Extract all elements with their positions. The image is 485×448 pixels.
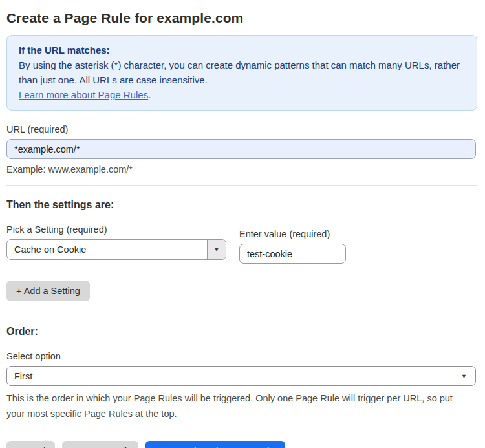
order-heading: Order: bbox=[6, 326, 477, 337]
add-setting-button[interactable]: + Add a Setting bbox=[6, 281, 90, 301]
footer-button-row: Cancel Save as Draft Save and Deploy Pag… bbox=[6, 441, 477, 448]
setting-select-value: Cache on Cookie bbox=[7, 240, 207, 259]
url-match-info-box: If the URL matches: By using the asteris… bbox=[6, 35, 477, 111]
info-box-link-line: Learn more about Page Rules. bbox=[19, 87, 465, 102]
order-select-value: First bbox=[7, 371, 461, 381]
setting-value-column: Enter value (required) bbox=[239, 211, 346, 264]
learn-more-link[interactable]: Learn more about Page Rules bbox=[19, 89, 148, 100]
section-divider bbox=[6, 185, 477, 186]
url-input[interactable] bbox=[6, 139, 476, 159]
footer-divider bbox=[6, 429, 477, 429]
info-box-heading: If the URL matches: bbox=[19, 43, 465, 58]
save-and-deploy-button[interactable]: Save and Deploy Page Rule bbox=[146, 441, 285, 448]
url-example-hint: Example: www.example.com/* bbox=[6, 164, 477, 175]
setting-select-arrow-button[interactable]: ▼ bbox=[207, 240, 226, 259]
setting-value-label: Enter value (required) bbox=[239, 229, 346, 239]
setting-picker-column: Pick a Setting (required) Cache on Cooki… bbox=[6, 211, 226, 260]
settings-row: Pick a Setting (required) Cache on Cooki… bbox=[6, 211, 477, 264]
chevron-down-icon: ▼ bbox=[214, 246, 220, 253]
page-title: Create a Page Rule for example.com bbox=[6, 10, 477, 26]
setting-select[interactable]: Cache on Cookie ▼ bbox=[6, 239, 226, 260]
save-as-draft-button[interactable]: Save as Draft bbox=[62, 441, 138, 448]
order-select[interactable]: First ▼ bbox=[6, 366, 476, 386]
order-divider bbox=[6, 312, 477, 312]
order-select-label: Select option bbox=[6, 351, 477, 361]
order-help-text: This is the order in which your Page Rul… bbox=[6, 390, 472, 421]
settings-heading: Then the settings are: bbox=[6, 199, 477, 211]
chevron-down-icon: ▼ bbox=[461, 373, 475, 379]
page-rule-form: Create a Page Rule for example.com If th… bbox=[0, 0, 485, 448]
setting-picker-label: Pick a Setting (required) bbox=[6, 224, 226, 235]
info-box-body: By using the asterisk (*) character, you… bbox=[19, 58, 465, 87]
setting-value-input[interactable] bbox=[239, 244, 346, 264]
link-suffix: . bbox=[148, 89, 151, 100]
url-field-label: URL (required) bbox=[6, 124, 477, 134]
cancel-button[interactable]: Cancel bbox=[6, 441, 55, 448]
